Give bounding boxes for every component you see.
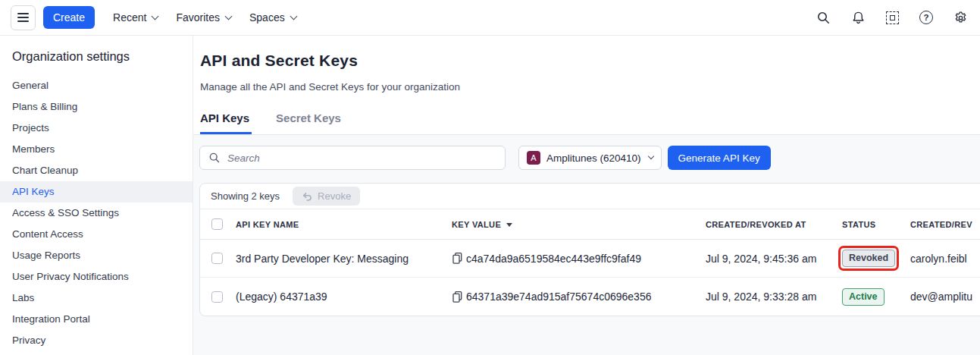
search-icon[interactable] <box>816 11 831 25</box>
created-by: carolyn.feibl <box>910 253 980 265</box>
chevron-down-icon <box>647 153 653 159</box>
settings-gear-icon[interactable] <box>953 11 968 25</box>
sidebar-item-labs[interactable]: Labs <box>0 287 193 309</box>
create-button[interactable]: Create <box>43 6 95 29</box>
col-header-key-value-label: KEY VALUE <box>452 220 501 229</box>
col-header-created-revoked-at: CREATED/REVOKED AT <box>706 220 842 229</box>
org-settings-sidebar: Organization settings General Plans & Bi… <box>0 36 193 355</box>
sidebar-item-user-privacy[interactable]: User Privacy Notifications <box>0 266 193 287</box>
org-selector-dropdown[interactable]: A Amplitunes (620410) <box>518 146 662 170</box>
col-header-created-rev: CREATED/REV <box>910 220 980 229</box>
table-row: (Legacy) 64371a39 64371a39e74ad915af7567… <box>200 278 980 316</box>
recent-menu-label: Recent <box>113 11 146 24</box>
status-badge: Active <box>842 288 885 306</box>
generate-api-key-button[interactable]: Generate API Key <box>668 146 771 170</box>
page-title: API and Secret Keys <box>200 52 980 70</box>
help-icon[interactable]: ? <box>919 11 933 24</box>
col-header-api-key-name: API KEY NAME <box>236 220 452 229</box>
col-header-status: STATUS <box>842 220 910 229</box>
table-header-row: API KEY NAME KEY VALUE CREATED/REVOKED A… <box>200 209 980 240</box>
sidebar-item-projects[interactable]: Projects <box>0 118 193 139</box>
product-select-icon[interactable] <box>886 11 899 24</box>
notifications-bell-icon[interactable] <box>851 11 866 25</box>
api-key-name: 3rd Party Developer Key: Messaging <box>236 253 452 265</box>
tab-secret-keys[interactable]: Secret Keys <box>276 112 343 134</box>
table-row: 3rd Party Developer Key: Messaging c4a74… <box>200 240 980 278</box>
org-avatar: A <box>527 151 540 165</box>
org-selector-label: Amplitunes (620410) <box>546 152 641 164</box>
created-revoked-at: Jul 9, 2024, 9:45:36 am <box>706 253 842 265</box>
chevron-down-icon <box>290 12 297 20</box>
search-box <box>199 146 506 170</box>
search-icon <box>208 152 221 164</box>
row-checkbox[interactable] <box>211 291 223 303</box>
sidebar-item-privacy[interactable]: Privacy <box>0 330 193 351</box>
status-badge: Revoked <box>842 250 895 267</box>
top-bar: Create Recent Favorites Spaces ? <box>0 0 980 36</box>
api-key-name: (Legacy) 64371a39 <box>236 291 452 303</box>
sidebar-item-chart-cleanup[interactable]: Chart Cleanup <box>0 160 193 181</box>
tab-api-keys[interactable]: API Keys <box>200 112 252 134</box>
revoked-badge-highlight-annotation: Revoked <box>842 250 895 267</box>
spaces-menu-label: Spaces <box>249 11 285 24</box>
copy-icon[interactable] <box>452 252 463 265</box>
sort-descending-icon <box>506 223 512 227</box>
keys-count-summary: Showing 2 keys <box>211 190 280 202</box>
revoke-button-label: Revoke <box>318 190 351 202</box>
created-by: dev@amplitu <box>910 291 980 303</box>
favorites-menu-label: Favorites <box>176 11 220 24</box>
main-panel: API and Secret Keys Manage all the API a… <box>193 36 980 355</box>
sidebar-item-general[interactable]: General <box>0 75 193 96</box>
sidebar-title: Organization settings <box>0 48 193 75</box>
sidebar-item-content-access[interactable]: Content Access <box>0 224 193 245</box>
col-header-key-value[interactable]: KEY VALUE <box>452 220 706 229</box>
chevron-down-icon <box>152 12 159 20</box>
sidebar-item-usage-reports[interactable]: Usage Reports <box>0 245 193 266</box>
revoke-button[interactable]: Revoke <box>293 187 360 206</box>
spaces-menu[interactable]: Spaces <box>249 11 296 24</box>
hamburger-menu-button[interactable] <box>11 5 36 30</box>
key-value: 64371a39e74ad915af75674c0696e356 <box>466 291 651 303</box>
sidebar-item-integration-portal[interactable]: Integration Portal <box>0 309 193 330</box>
search-input[interactable] <box>227 152 496 164</box>
recent-menu[interactable]: Recent <box>113 11 158 24</box>
copy-icon[interactable] <box>452 291 463 303</box>
sidebar-item-members[interactable]: Members <box>0 139 193 160</box>
keys-tabs: API Keys Secret Keys <box>193 112 980 135</box>
select-all-checkbox[interactable] <box>211 218 223 230</box>
key-value: c4a74da9a6519584ec443e9ffc9faf49 <box>466 253 641 265</box>
sidebar-item-access-sso[interactable]: Access & SSO Settings <box>0 203 193 224</box>
api-keys-table: Showing 2 keys Revoke API KEY NAME KEY V… <box>199 183 980 316</box>
sidebar-item-plans-billing[interactable]: Plans & Billing <box>0 96 193 118</box>
undo-arrow-icon <box>302 192 312 201</box>
favorites-menu[interactable]: Favorites <box>176 11 231 24</box>
page-subtitle: Manage all the API and Secret Keys for y… <box>200 81 980 93</box>
created-revoked-at: Jul 9, 2024, 9:33:28 am <box>706 291 842 303</box>
row-checkbox[interactable] <box>211 253 223 264</box>
chevron-down-icon <box>225 12 233 20</box>
sidebar-item-api-keys[interactable]: API Keys <box>0 181 193 203</box>
